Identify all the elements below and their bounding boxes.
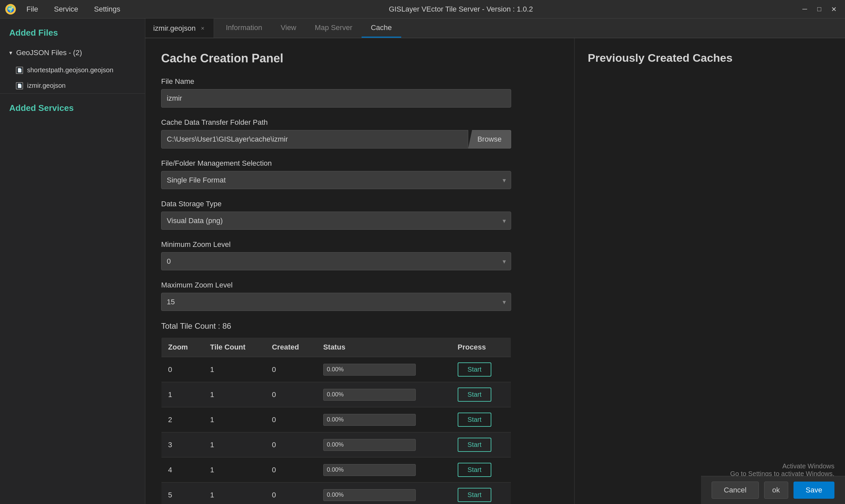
data-storage-select[interactable]: Visual Data (png) Vector Data (pbf) — [161, 212, 511, 230]
activate-windows-notice: Activate Windows Go to Settings to activ… — [730, 463, 834, 478]
progress-bar: 0.00% — [323, 389, 416, 401]
start-button-zoom-1[interactable]: Start — [458, 388, 491, 402]
menu-items: File Service Settings — [24, 4, 123, 15]
data-storage-group: Data Storage Type Visual Data (png) Vect… — [161, 200, 558, 230]
sidebar: Added Files ▾ GeoJSON Files - (2) 📄 shor… — [0, 18, 145, 504]
cell-zoom: 5 — [161, 483, 204, 504]
cancel-button[interactable]: Cancel — [711, 482, 758, 499]
geojson-files-group[interactable]: ▾ GeoJSON Files - (2) — [0, 43, 145, 62]
menu-file[interactable]: File — [24, 4, 41, 15]
prev-caches-panel: Previously Created Caches — [574, 38, 845, 504]
menu-settings[interactable]: Settings — [91, 4, 123, 15]
cell-process: Start — [451, 483, 511, 504]
folder-management-select-wrapper: Single File Format Multi File Format — [161, 171, 511, 189]
menu-service[interactable]: Service — [51, 4, 81, 15]
cell-tile-count: 1 — [204, 407, 265, 432]
tab-nav: Information View Map Server Cache — [214, 18, 401, 38]
folder-management-select[interactable]: Single File Format Multi File Format — [161, 171, 511, 189]
cell-zoom: 4 — [161, 457, 204, 483]
max-zoom-select-wrapper: 15 14 — [161, 293, 511, 311]
app-icon: 🌍 — [5, 4, 16, 15]
max-zoom-group: Maximum Zoom Level 15 14 — [161, 281, 558, 311]
table-row: 1 1 0 0.00% Start — [161, 382, 511, 407]
cache-panel: Cache Creation Panel File Name Cache Dat… — [145, 38, 574, 504]
file-name-shortestpath: shortestpath.geojson.geojson — [27, 66, 113, 74]
start-button-zoom-4[interactable]: Start — [458, 463, 491, 477]
tab-file-label: izmir.geojson — [153, 24, 195, 33]
progress-bar: 0.00% — [323, 489, 416, 501]
max-zoom-select[interactable]: 15 14 — [161, 293, 511, 311]
tab-file-izmir[interactable]: izmir.geojson × — [145, 18, 214, 38]
title-bar: 🌍 File Service Settings GISLayer VEctor … — [0, 0, 845, 18]
cell-status: 0.00% — [317, 457, 451, 483]
cell-created: 0 — [265, 483, 316, 504]
cache-panel-title: Cache Creation Panel — [161, 52, 558, 65]
cache-folder-label: Cache Data Transfer Folder Path — [161, 118, 558, 127]
browse-button[interactable]: Browse — [468, 130, 511, 148]
file-name-input[interactable] — [161, 89, 511, 108]
cache-folder-group: Cache Data Transfer Folder Path Browse — [161, 118, 558, 148]
cache-folder-input[interactable] — [161, 130, 468, 148]
app-title: GISLayer VEctor Tile Server - Version : … — [389, 5, 533, 14]
title-bar-controls: ─ □ ✕ — [799, 3, 840, 15]
col-process: Process — [451, 338, 511, 357]
cell-tile-count: 1 — [204, 382, 265, 407]
start-button-zoom-5[interactable]: Start — [458, 488, 491, 502]
added-services-title: Added Services — [0, 93, 145, 119]
maximize-button[interactable]: □ — [813, 3, 825, 15]
table-row: 4 1 0 0.00% Start — [161, 457, 511, 483]
progress-bar-text: 0.00% — [327, 441, 344, 448]
cell-process: Start — [451, 432, 511, 457]
ok-button[interactable]: ok — [764, 482, 788, 499]
cell-created: 0 — [265, 407, 316, 432]
geojson-group-label: GeoJSON Files - (2) — [16, 49, 82, 57]
cell-tile-count: 1 — [204, 483, 265, 504]
tab-cache[interactable]: Cache — [362, 18, 401, 38]
col-tile-count: Tile Count — [204, 338, 265, 357]
min-zoom-select[interactable]: 0 1 2 — [161, 252, 511, 270]
content-area: izmir.geojson × Information View Map Ser… — [145, 18, 845, 504]
cell-process: Start — [451, 382, 511, 407]
cell-process: Start — [451, 407, 511, 432]
start-button-zoom-2[interactable]: Start — [458, 413, 491, 427]
activate-windows-line1: Activate Windows — [730, 463, 834, 470]
tab-bar: izmir.geojson × Information View Map Ser… — [145, 18, 845, 38]
progress-bar: 0.00% — [323, 464, 416, 476]
progress-bar-text: 0.00% — [327, 416, 344, 423]
cell-status: 0.00% — [317, 357, 451, 382]
tab-close-icon[interactable]: × — [199, 24, 206, 33]
cell-tile-count: 1 — [204, 457, 265, 483]
col-created: Created — [265, 338, 316, 357]
tab-information[interactable]: Information — [217, 18, 271, 38]
file-name-label: File Name — [161, 77, 558, 86]
title-bar-left: 🌍 File Service Settings — [5, 4, 123, 15]
table-row: 3 1 0 0.00% Start — [161, 432, 511, 457]
cell-created: 0 — [265, 382, 316, 407]
file-item-shortestpath[interactable]: 📄 shortestpath.geojson.geojson — [0, 62, 145, 78]
save-button[interactable]: Save — [793, 482, 834, 499]
cell-created: 0 — [265, 432, 316, 457]
cell-status: 0.00% — [317, 432, 451, 457]
progress-bar-text: 0.00% — [327, 466, 344, 473]
tab-mapserver[interactable]: Map Server — [305, 18, 362, 38]
min-zoom-label: Minimum Zoom Level — [161, 240, 558, 249]
cell-process: Start — [451, 457, 511, 483]
table-row: 2 1 0 0.00% Start — [161, 407, 511, 432]
tab-view[interactable]: View — [271, 18, 305, 38]
cell-zoom: 2 — [161, 407, 204, 432]
close-button[interactable]: ✕ — [828, 3, 840, 15]
cell-zoom: 3 — [161, 432, 204, 457]
start-button-zoom-0[interactable]: Start — [458, 362, 491, 377]
progress-bar-text: 0.00% — [327, 366, 344, 373]
cell-process: Start — [451, 357, 511, 382]
prev-caches-title: Previously Created Caches — [588, 52, 832, 65]
file-icon: 📄 — [16, 67, 23, 74]
progress-bar-text: 0.00% — [327, 391, 344, 398]
minimize-button[interactable]: ─ — [799, 3, 811, 15]
start-button-zoom-3[interactable]: Start — [458, 438, 491, 452]
file-item-izmir[interactable]: 📄 izmir.geojson — [0, 78, 145, 93]
data-storage-select-wrapper: Visual Data (png) Vector Data (pbf) — [161, 212, 511, 230]
progress-bar: 0.00% — [323, 414, 416, 426]
min-zoom-select-wrapper: 0 1 2 — [161, 252, 511, 270]
table-row: 5 1 0 0.00% Start — [161, 483, 511, 504]
